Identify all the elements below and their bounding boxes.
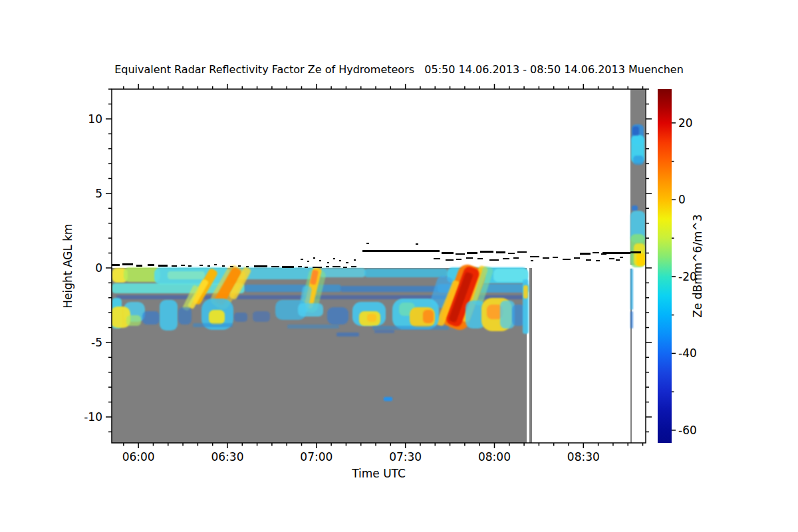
x-tick-label: 08:30 bbox=[567, 450, 600, 464]
clutter-mark bbox=[230, 266, 233, 267]
colorbar-tick-label: -40 bbox=[678, 346, 697, 360]
clutter-mark bbox=[207, 265, 210, 267]
x-tick-label: 08:00 bbox=[478, 450, 511, 464]
clutter-mark bbox=[351, 266, 356, 267]
x-tick-label: 06:00 bbox=[122, 450, 155, 464]
clutter-mark bbox=[616, 259, 620, 261]
clutter-mark bbox=[593, 252, 599, 253]
clutter-mark bbox=[543, 257, 549, 259]
clutter-mark bbox=[586, 259, 591, 261]
clutter-mark bbox=[503, 258, 509, 259]
colorbar bbox=[658, 89, 672, 443]
clutter-mark bbox=[319, 260, 321, 261]
clutter-mark bbox=[620, 257, 623, 258]
echo-patch bbox=[364, 269, 448, 277]
clutter-mark bbox=[517, 251, 527, 253]
clutter-mark bbox=[434, 258, 440, 259]
colorbar-title: Ze dBmm^6/m^3 bbox=[691, 213, 704, 319]
clutter-mark bbox=[332, 266, 340, 267]
colorbar-tick-label: 0 bbox=[678, 193, 686, 206]
clutter-mark bbox=[238, 265, 241, 267]
colorbar-tick-label: -60 bbox=[678, 424, 697, 437]
echo-patch bbox=[168, 271, 205, 279]
echo-patch bbox=[632, 126, 639, 136]
clutter-mark bbox=[508, 253, 515, 254]
echo-patch bbox=[636, 253, 645, 266]
x-tick-label: 06:30 bbox=[211, 450, 243, 464]
clutter-mark bbox=[122, 263, 133, 265]
echo-patch bbox=[160, 300, 178, 331]
echo-patch bbox=[287, 325, 339, 329]
clutter-mark bbox=[254, 265, 267, 267]
clutter-mark bbox=[574, 257, 580, 259]
clutter-mark bbox=[343, 267, 347, 268]
y-tick-label: 0 bbox=[95, 261, 102, 275]
clutter-mark bbox=[158, 265, 168, 267]
clutter-mark bbox=[602, 252, 630, 254]
echo-patch bbox=[493, 269, 528, 282]
clutter-mark bbox=[609, 258, 614, 259]
clutter-mark bbox=[630, 251, 641, 253]
clutter-mark bbox=[553, 257, 558, 258]
y-tick-label: -10 bbox=[84, 410, 102, 424]
no-data-layer bbox=[112, 89, 645, 443]
echo-patch bbox=[142, 311, 160, 325]
echo-patch bbox=[298, 303, 323, 317]
echo-patch bbox=[193, 323, 233, 327]
radar-reflectivity-chart: Equivalent Radar Reflectivity Factor Ze … bbox=[0, 0, 798, 532]
echo-patch bbox=[245, 285, 341, 292]
clutter-mark bbox=[446, 259, 454, 261]
echo-patch bbox=[178, 307, 192, 325]
clutter-mark bbox=[112, 264, 120, 266]
colorbar-tick-label: 20 bbox=[678, 116, 693, 130]
clutter-mark bbox=[326, 266, 329, 267]
echo-patch bbox=[633, 156, 644, 165]
x-tick-label: 07:30 bbox=[389, 450, 422, 464]
clutter-mark bbox=[307, 261, 309, 262]
clutter-mark bbox=[456, 259, 462, 260]
x-tick-label: 07:00 bbox=[300, 450, 332, 464]
clutter-mark bbox=[214, 264, 217, 265]
clutter-mark bbox=[327, 262, 329, 263]
clutter-mark bbox=[313, 267, 322, 268]
echo-patch bbox=[423, 310, 434, 323]
echo-patch bbox=[340, 286, 440, 292]
clutter-mark bbox=[188, 265, 192, 267]
y-tick-label: 5 bbox=[95, 187, 102, 200]
clutter-mark bbox=[596, 260, 600, 261]
clutter-mark bbox=[346, 262, 348, 263]
clutter-mark bbox=[172, 265, 177, 267]
clutter-mark bbox=[313, 257, 315, 259]
echo-patch bbox=[374, 330, 394, 333]
clutter-mark bbox=[282, 266, 294, 268]
echo-patch bbox=[384, 397, 392, 401]
clutter-mark bbox=[148, 264, 154, 266]
clutter-mark bbox=[480, 251, 493, 253]
clutter-mark bbox=[305, 267, 308, 268]
time-height-plot: 06:0006:3007:0007:3008:0008:301050-5-102… bbox=[0, 0, 798, 532]
clutter-mark bbox=[467, 252, 477, 254]
y-tick-label: 10 bbox=[88, 112, 102, 126]
echo-patch bbox=[319, 268, 366, 277]
echo-patch bbox=[327, 307, 348, 325]
clutter-mark bbox=[298, 266, 302, 267]
echo-patch bbox=[234, 313, 247, 322]
clutter-mark bbox=[466, 257, 473, 259]
clutter-mark bbox=[222, 265, 225, 267]
clutter-mark bbox=[200, 265, 203, 266]
x-axis-title: Time UTC bbox=[112, 467, 646, 480]
clutter-mark bbox=[354, 259, 356, 261]
clutter-mark bbox=[366, 243, 369, 244]
clutter-mark bbox=[580, 253, 591, 255]
echo-patch bbox=[632, 205, 638, 211]
echo-patch bbox=[372, 326, 449, 330]
clutter-mark bbox=[489, 259, 499, 261]
clutter-mark bbox=[362, 250, 440, 252]
echo-patch bbox=[253, 311, 270, 322]
y-tick-label: -5 bbox=[91, 336, 102, 349]
clutter-mark bbox=[563, 259, 571, 260]
clutter-mark bbox=[442, 252, 454, 254]
clutter-mark bbox=[496, 251, 505, 253]
clutter-mark bbox=[416, 243, 418, 245]
no-data-region bbox=[529, 268, 532, 443]
